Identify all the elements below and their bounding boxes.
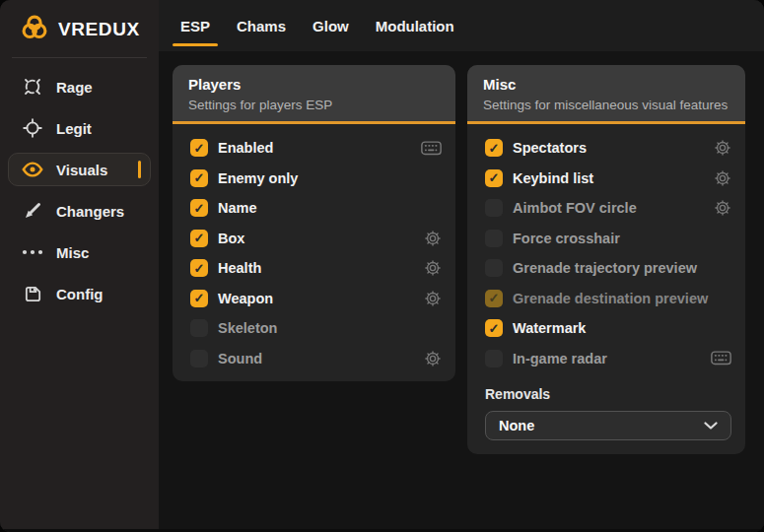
- checkbox[interactable]: [190, 319, 208, 337]
- panel-subtitle: Settings for miscellaneous visual featur…: [483, 98, 729, 112]
- checkbox-label: Sound: [218, 351, 262, 366]
- gear-icon[interactable]: [424, 259, 442, 277]
- checkbox-row[interactable]: Weapon: [190, 284, 442, 314]
- checkbox-row[interactable]: Box: [190, 224, 442, 254]
- keyboard-icon[interactable]: [421, 141, 442, 156]
- checkbox-label: Box: [218, 231, 244, 246]
- panel-title: Misc: [483, 76, 729, 93]
- main-area: ESP Chams Glow Modulation Players Settin…: [159, 0, 764, 532]
- sidebar-item-visuals[interactable]: Visuals: [8, 153, 151, 186]
- checkbox[interactable]: [190, 199, 208, 217]
- tab-label: Modulation: [376, 18, 454, 34]
- checkbox-list: Spectators Keybind list Aimbot FOV circl…: [467, 124, 745, 381]
- rage-scope-icon: [22, 77, 43, 97]
- checkbox[interactable]: [485, 169, 503, 187]
- checkbox[interactable]: [190, 139, 208, 157]
- checkbox-row[interactable]: Keybind list: [485, 164, 731, 194]
- gear-icon[interactable]: [424, 290, 442, 307]
- checkbox[interactable]: [485, 230, 503, 247]
- sidebar: VREDUX Rage Leg: [0, 0, 159, 532]
- removals-label: Removals: [485, 386, 731, 402]
- crosshair-icon: [22, 118, 43, 138]
- checkbox-label: Weapon: [218, 291, 273, 306]
- checkbox-label: Watermark: [513, 320, 586, 336]
- checkbox-row[interactable]: Health: [190, 253, 442, 284]
- app-window: VREDUX Rage Leg: [0, 0, 764, 532]
- checkbox-row[interactable]: Enabled: [190, 133, 442, 164]
- checkbox-row[interactable]: Grenade trajectory preview: [485, 253, 731, 284]
- sidebar-item-changers[interactable]: Changers: [8, 194, 151, 228]
- sidebar-item-label: Legit: [56, 120, 92, 137]
- gear-icon[interactable]: [714, 169, 731, 187]
- tab-esp[interactable]: ESP: [180, 0, 210, 51]
- checkbox[interactable]: [190, 230, 208, 247]
- checkbox-row[interactable]: Name: [190, 193, 442, 224]
- save-disk-icon: [22, 285, 43, 303]
- tab-chams[interactable]: Chams: [237, 0, 286, 51]
- misc-panel: Misc Settings for miscellaneous visual f…: [467, 65, 745, 454]
- checkbox-label: Force crosshair: [513, 231, 620, 246]
- chevron-down-icon: [704, 422, 718, 430]
- pen-sword-icon: [22, 201, 43, 221]
- sidebar-item-label: Misc: [56, 244, 89, 261]
- checkbox-label: In-game radar: [513, 351, 607, 366]
- gear-icon[interactable]: [424, 230, 442, 247]
- gear-icon[interactable]: [424, 350, 442, 367]
- sidebar-item-config[interactable]: Config: [8, 277, 151, 310]
- sidebar-nav: Rage Legit Visuals: [0, 58, 159, 322]
- tab-bar: ESP Chams Glow Modulation: [159, 0, 764, 51]
- checkbox[interactable]: [485, 259, 503, 277]
- checkbox-label: Name: [218, 200, 257, 216]
- app-title: VREDUX: [58, 19, 140, 40]
- tab-label: Chams: [237, 18, 286, 34]
- sidebar-item-legit[interactable]: Legit: [8, 111, 151, 145]
- checkbox-label: Grenade trajectory preview: [513, 260, 697, 276]
- ellipsis-icon: [22, 249, 43, 255]
- checkbox[interactable]: [485, 350, 503, 367]
- checkbox[interactable]: [485, 199, 503, 217]
- sidebar-item-label: Visuals: [56, 162, 107, 178]
- panel-title: Players: [188, 76, 440, 93]
- tab-label: Glow: [313, 18, 349, 34]
- tab-modulation[interactable]: Modulation: [376, 0, 454, 51]
- checkbox[interactable]: [190, 350, 208, 367]
- checkbox-label: Enemy only: [218, 170, 298, 186]
- content-area: Players Settings for players ESP Enabled…: [159, 51, 764, 532]
- players-panel-header: Players Settings for players ESP: [173, 65, 455, 124]
- checkbox-row[interactable]: Aimbot FOV circle: [485, 193, 731, 224]
- sidebar-item-misc[interactable]: Misc: [8, 235, 151, 269]
- triquetra-logo-icon: [20, 13, 49, 46]
- checkbox-row[interactable]: Skeleton: [190, 313, 442, 344]
- misc-panel-header: Misc Settings for miscellaneous visual f…: [467, 65, 745, 124]
- checkbox[interactable]: [485, 319, 503, 337]
- gear-icon[interactable]: [714, 139, 731, 157]
- removals-section: Removals None: [467, 381, 745, 454]
- removals-dropdown[interactable]: None: [485, 411, 731, 440]
- checkbox-label: Spectators: [513, 140, 587, 156]
- checkbox-label: Skeleton: [218, 320, 277, 336]
- checkbox-label: Grenade destination preview: [513, 291, 708, 306]
- players-panel: Players Settings for players ESP Enabled…: [173, 65, 455, 381]
- checkbox[interactable]: [485, 290, 503, 307]
- sidebar-item-rage[interactable]: Rage: [8, 70, 151, 103]
- sidebar-item-label: Config: [56, 286, 103, 302]
- gear-icon[interactable]: [714, 199, 731, 217]
- checkbox-row[interactable]: Watermark: [485, 313, 731, 344]
- checkbox[interactable]: [190, 290, 208, 307]
- checkbox-row[interactable]: Force crosshair: [485, 224, 731, 254]
- checkbox[interactable]: [190, 169, 208, 187]
- tab-label: ESP: [180, 18, 210, 34]
- logo: VREDUX: [0, 0, 159, 57]
- keyboard-icon[interactable]: [711, 351, 731, 366]
- checkbox-list: Enabled Enemy only Name: [173, 124, 455, 381]
- checkbox-label: Aimbot FOV circle: [513, 200, 637, 216]
- checkbox-row[interactable]: Enemy only: [190, 164, 442, 194]
- checkbox[interactable]: [485, 139, 503, 157]
- panel-subtitle: Settings for players ESP: [188, 98, 440, 112]
- checkbox[interactable]: [190, 259, 208, 277]
- checkbox-row[interactable]: Grenade destination preview: [485, 284, 731, 314]
- checkbox-row[interactable]: Sound: [190, 344, 442, 374]
- tab-glow[interactable]: Glow: [313, 0, 349, 51]
- checkbox-row[interactable]: Spectators: [485, 133, 731, 164]
- checkbox-row[interactable]: In-game radar: [485, 344, 731, 374]
